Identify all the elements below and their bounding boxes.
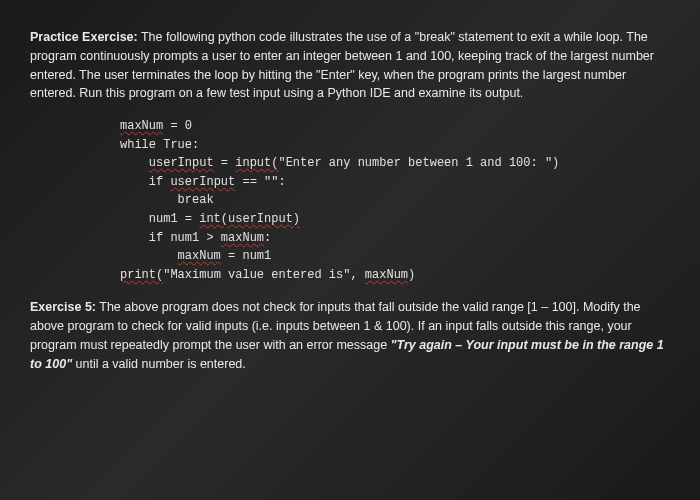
document-page: Practice Exercise: The following python … — [0, 0, 700, 403]
code-token: = — [214, 156, 236, 170]
code-token: maxNum — [178, 249, 221, 263]
code-token: ) — [408, 268, 415, 282]
code-token — [120, 249, 178, 263]
code-token: maxNum — [221, 231, 264, 245]
exercise-5-paragraph: Exercise 5: The above program does not c… — [30, 298, 670, 373]
code-token: : — [264, 231, 271, 245]
code-token: == "": — [235, 175, 285, 189]
practice-exercise-label: Practice Exercise: — [30, 30, 138, 44]
code-token — [120, 156, 149, 170]
code-token: if — [120, 175, 170, 189]
code-token: = num1 — [221, 249, 271, 263]
code-token: "Maximum value entered is", — [163, 268, 365, 282]
code-token: userInput — [170, 175, 235, 189]
code-token: if num1 > — [120, 231, 221, 245]
code-block: maxNum = 0 while True: userInput = input… — [120, 117, 670, 284]
exercise-5-label: Exercise 5: — [30, 300, 96, 314]
code-token: maxNum — [365, 268, 408, 282]
code-token: userInput — [149, 156, 214, 170]
code-token: = 0 — [163, 119, 192, 133]
practice-exercise-paragraph: Practice Exercise: The following python … — [30, 28, 670, 103]
code-token: input( — [235, 156, 278, 170]
code-line: break — [120, 193, 214, 207]
code-token: int(userInput) — [199, 212, 300, 226]
code-token: num1 = — [120, 212, 199, 226]
code-line: while True: — [120, 138, 199, 152]
code-token: print( — [120, 268, 163, 282]
code-token: "Enter any number between 1 and 100: ") — [278, 156, 559, 170]
exercise-5-text: until a valid number is entered. — [72, 357, 246, 371]
code-token: maxNum — [120, 119, 163, 133]
